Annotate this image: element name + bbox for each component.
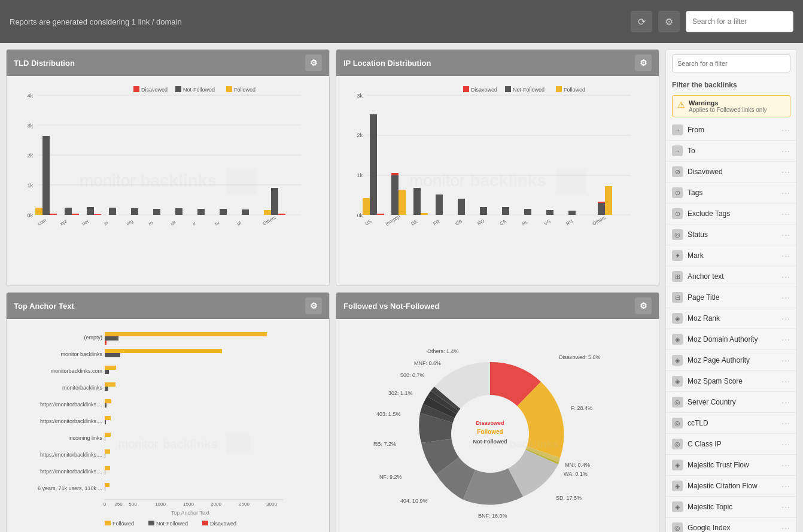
svg-rect-95 [105, 353, 120, 357]
sidebar-item-dots: ··· [781, 293, 790, 302]
sidebar-item-moz-spam-score[interactable]: ◈ Moz Spam Score ··· [666, 371, 796, 392]
sidebar-item-left: ◈ Moz Rank [672, 313, 720, 324]
main-layout: TLD Distribution ⚙ TLD Distribution [0, 43, 803, 532]
sidebar-item-icon: ⊘ [672, 166, 683, 177]
sidebar-item-label: Anchor text [688, 272, 724, 281]
sidebar-item-left: ⊙ Tags [672, 187, 702, 198]
sidebar-item-anchor-text[interactable]: ⊞ Anchor text ··· [666, 266, 796, 287]
sidebar-item-page-title[interactable]: ⊟ Page Title ··· [666, 287, 796, 308]
sidebar-item-icon: → [672, 124, 683, 135]
svg-rect-134 [202, 521, 208, 525]
tld-gear-button[interactable]: ⚙ [305, 54, 322, 71]
sidebar-item-dots: ··· [781, 125, 790, 135]
svg-text:in: in [104, 220, 110, 227]
sidebar-item-label: Majestic Topic [688, 503, 732, 511]
share-button[interactable]: ⟳ [631, 11, 652, 32]
svg-rect-106 [105, 416, 111, 420]
sidebar-item-from[interactable]: → From ··· [666, 120, 796, 141]
sidebar-item-mark[interactable]: ✦ Mark ··· [666, 245, 796, 266]
svg-text:RB: 7.2%: RB: 7.2% [373, 441, 396, 447]
svg-text:Followed: Followed [564, 87, 585, 93]
svg-text:monitorbacklinks.com: monitorbacklinks.com [50, 368, 102, 374]
pie-chart-header: Followed vs Not-Followed ⚙ [336, 293, 659, 319]
sidebar-item-dots: ··· [781, 376, 790, 386]
svg-text:Disavowed: Disavowed [471, 87, 497, 93]
tld-chart-card: TLD Distribution ⚙ TLD Distribution [6, 49, 330, 286]
sidebar-item-server-country[interactable]: ◎ Server Country ··· [666, 392, 796, 413]
sidebar-item-majestic-topic[interactable]: ◈ Majestic Topic ··· [666, 497, 796, 518]
sidebar-item-majestic-citation-flow[interactable]: ◈ Majestic Citation Flow ··· [666, 476, 796, 497]
sidebar-item-tags[interactable]: ⊙ Tags ··· [666, 183, 796, 203]
ip-gear-button[interactable]: ⚙ [635, 54, 652, 71]
sidebar-item-moz-page-authority[interactable]: ◈ Moz Page Authority ··· [666, 350, 796, 371]
sidebar-item-icon: ◈ [672, 334, 683, 345]
pie-chart-title: Followed vs Not-Followed [343, 302, 439, 311]
sidebar-item-c-class-ip[interactable]: ◎ C Class IP ··· [666, 434, 796, 455]
sidebar-item-status[interactable]: ◎ Status ··· [666, 224, 796, 245]
sidebar-item-label: Status [688, 230, 708, 239]
sidebar-item-moz-rank[interactable]: ◈ Moz Rank ··· [666, 308, 796, 329]
anchor-chart-card: Top Anchor Text ⚙ (empty) monitor backli… [6, 292, 330, 532]
svg-text:Disavowed: 5.0%: Disavowed: 5.0% [559, 354, 601, 360]
svg-rect-24 [109, 208, 116, 215]
pie-gear-button[interactable]: ⚙ [635, 297, 652, 314]
svg-rect-104 [105, 403, 107, 408]
search-input[interactable] [686, 11, 793, 32]
sidebar-title: Filter the backlinks [666, 77, 796, 93]
sidebar-item-dots: ··· [781, 335, 790, 344]
sidebar-item-icon: ✦ [672, 250, 683, 261]
sidebar-item-google-index[interactable]: ◎ Google Index ··· [666, 518, 796, 532]
svg-rect-103 [105, 399, 111, 403]
filter-button[interactable]: ⚙ [658, 11, 680, 32]
sidebar-item-label: From [688, 126, 704, 134]
anchor-chart-title: Top Anchor Text [14, 302, 74, 311]
sidebar-item-left: ◎ Status [672, 229, 708, 240]
sidebar-item-left: ◎ Google Index [672, 522, 730, 532]
anchor-gear-button[interactable]: ⚙ [305, 297, 322, 314]
sidebar-search-input[interactable] [672, 54, 790, 72]
svg-rect-31 [271, 188, 278, 215]
svg-rect-115 [105, 466, 110, 470]
sidebar-item-icon: ◈ [672, 355, 683, 366]
sidebar-item-icon: ◎ [672, 229, 683, 240]
svg-text:MNI: 0.4%: MNI: 0.4% [565, 462, 590, 468]
svg-rect-132 [148, 521, 154, 525]
svg-text:uk: uk [170, 219, 178, 227]
svg-rect-76 [605, 186, 612, 215]
svg-text:2500: 2500 [239, 501, 250, 507]
sidebar-item-to[interactable]: → To ··· [666, 141, 796, 162]
svg-rect-71 [502, 207, 509, 215]
warning-icon: ⚠ [677, 100, 685, 110]
anchor-chart-body: (empty) monitor backlinks monitorbacklin… [7, 319, 329, 532]
svg-rect-74 [568, 211, 576, 215]
sidebar-item-icon: ◈ [672, 481, 683, 491]
svg-text:NF: 9.2%: NF: 9.2% [379, 474, 402, 480]
report-info: Reports are generated considering 1 link… [10, 17, 182, 26]
svg-rect-18 [50, 214, 57, 215]
sidebar-item-moz-domain-authority[interactable]: ◈ Moz Domain Authority ··· [666, 329, 796, 350]
svg-rect-72 [524, 209, 531, 215]
svg-rect-94 [105, 349, 222, 353]
sidebar-item-exclude-tags[interactable]: ⊙ Exclude Tags ··· [666, 203, 796, 224]
sidebar-item-dots: ··· [781, 230, 790, 239]
pie-chart-card: Followed vs Not-Followed ⚙ [336, 292, 659, 532]
sidebar-item-left: ◎ Server Country [672, 397, 736, 408]
svg-text:ir: ir [192, 221, 197, 227]
sidebar-item-label: Page Title [688, 293, 719, 302]
svg-text:Others: 1.4%: Others: 1.4% [427, 348, 459, 354]
svg-text:VG: VG [543, 218, 552, 227]
ip-chart-title: IP Location Distribution [343, 59, 431, 68]
svg-rect-73 [546, 210, 553, 215]
sidebar-item-icon: ◈ [672, 313, 683, 324]
sidebar-item-disavowed[interactable]: ⊘ Disavowed ··· [666, 162, 796, 183]
sidebar-item-majestic-trust-flow[interactable]: ◈ Majestic Trust Flow ··· [666, 455, 796, 476]
sidebar-item-label: Moz Page Authority [688, 356, 750, 364]
svg-rect-109 [105, 433, 111, 437]
sidebar-item-icon: ◎ [672, 522, 683, 532]
sidebar-item-cctld[interactable]: ◎ ccTLD ··· [666, 413, 796, 434]
svg-text:4k: 4k [27, 93, 33, 99]
svg-rect-112 [105, 449, 110, 454]
svg-text:302: 1.1%: 302: 1.1% [388, 390, 413, 396]
sidebar-item-dots: ··· [781, 251, 790, 260]
sidebar-item-label: Moz Domain Authority [688, 335, 758, 343]
